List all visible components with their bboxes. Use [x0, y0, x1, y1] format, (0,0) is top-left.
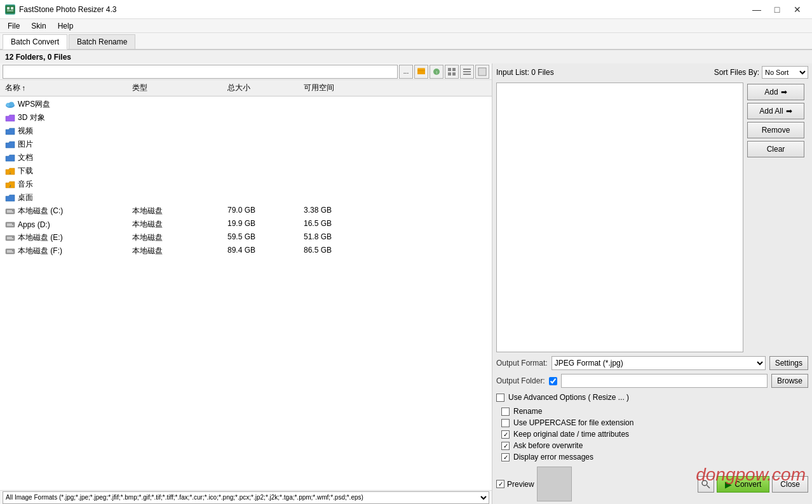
file-type-cell	[130, 98, 225, 110]
col-header-type[interactable]: 类型	[130, 81, 225, 95]
file-free-cell	[301, 112, 377, 124]
file-list-item[interactable]: 文档	[0, 151, 492, 164]
file-list-item[interactable]: Apps (D:) 本地磁盘 19.9 GB 16.5 GB	[0, 218, 492, 231]
display-errors-label: Display error messages	[513, 453, 593, 461]
svg-point-27	[12, 223, 13, 225]
file-name-cell: 本地磁盘 (F:)	[3, 245, 130, 257]
file-list-item[interactable]: WPS网盘	[0, 98, 492, 111]
file-list-item[interactable]: 3D 对象	[0, 111, 492, 124]
output-folder-checkbox[interactable]	[549, 377, 557, 385]
remove-button[interactable]: Remove	[747, 122, 804, 138]
input-file-list[interactable]	[496, 83, 743, 352]
file-list-item[interactable]: 本地磁盘 (E:) 本地磁盘 59.5 GB 51.8 GB	[0, 231, 492, 244]
sort-dropdown[interactable]: No Sort File Name File Size File Date	[762, 66, 808, 79]
preview-checkbox[interactable]	[496, 480, 504, 488]
file-type-cell: 本地磁盘	[130, 232, 225, 244]
settings-button[interactable]: Settings	[769, 356, 808, 370]
file-type-cell	[130, 178, 225, 190]
file-free-cell	[301, 138, 377, 150]
col-header-size[interactable]: 总大小	[225, 81, 301, 95]
file-list-item[interactable]: ♪ 音乐	[0, 178, 492, 191]
svg-rect-3	[7, 10, 13, 11]
add-all-button[interactable]: Add All ➡	[747, 103, 804, 119]
browse-folder-button[interactable]: ...	[399, 65, 413, 79]
file-free-cell: 16.5 GB	[301, 218, 377, 230]
advanced-options-row: Use Advanced Options ( Resize ... )	[496, 393, 808, 402]
file-list-item[interactable]: 本地磁盘 (F:) 本地磁盘 89.4 GB 86.5 GB	[0, 244, 492, 258]
output-folder-row: Output Folder: Browse	[496, 374, 808, 388]
file-type-cell	[130, 125, 225, 137]
menu-help[interactable]: Help	[53, 20, 79, 32]
file-free-cell	[301, 152, 377, 164]
rename-label: Rename	[513, 407, 542, 416]
file-list-container[interactable]: WPS网盘 3D 对象 视频 图片	[0, 96, 492, 490]
uppercase-checkbox[interactable]	[501, 419, 510, 427]
minimize-button[interactable]: —	[747, 3, 766, 16]
tab-batch-rename[interactable]: Batch Rename	[69, 34, 135, 49]
file-name: WPS网盘	[18, 99, 50, 110]
svg-text:↓: ↓	[9, 170, 11, 175]
file-type-cell: 本地磁盘	[130, 218, 225, 230]
path-input[interactable]	[3, 65, 398, 79]
file-list-item[interactable]: ↓ 下载	[0, 164, 492, 178]
ask-overwrite-checkbox[interactable]	[501, 442, 510, 450]
add-button[interactable]: Add ➡	[747, 84, 804, 100]
output-format-label: Output Format:	[496, 359, 548, 368]
rename-row: Rename	[501, 407, 808, 416]
file-list-header: 名称 ↑ 类型 总大小 可用空间	[0, 80, 492, 96]
col-header-name[interactable]: 名称 ↑	[3, 81, 130, 95]
svg-rect-13	[463, 71, 471, 72]
svg-rect-5	[417, 69, 425, 74]
svg-point-30	[12, 237, 13, 238]
file-name-cell: ♪ 音乐	[3, 178, 130, 190]
convert-button[interactable]: ▶ Convert	[717, 476, 769, 493]
search-button[interactable]	[698, 476, 714, 493]
toolbar-btn-5[interactable]	[475, 65, 489, 79]
toolbar-btn-3[interactable]	[445, 65, 459, 79]
file-size-cell: 19.9 GB	[225, 218, 301, 230]
toolbar-btn-2[interactable]: ↑	[430, 65, 443, 79]
app-icon	[5, 4, 15, 15]
file-size-cell	[225, 192, 301, 204]
output-folder-input[interactable]	[561, 374, 768, 388]
file-name-cell: 视频	[3, 125, 130, 137]
file-list-item[interactable]: 桌面	[0, 191, 492, 204]
bottom-section: Preview ▶ Convert Close	[496, 467, 808, 501]
menu-file[interactable]: File	[3, 20, 25, 32]
svg-rect-10	[448, 72, 451, 76]
file-list-item[interactable]: 图片	[0, 138, 492, 151]
toolbar-btn-4[interactable]	[460, 65, 474, 79]
file-name: 桌面	[18, 192, 33, 203]
col-header-free[interactable]: 可用空间	[301, 81, 377, 95]
file-toolbar: ... ↑	[0, 63, 492, 80]
file-filter-dropdown[interactable]: All Image Formats (*.jpg;*.jpe;*.jpeg;*.…	[3, 491, 489, 504]
output-folder-label: Output Folder:	[496, 376, 545, 385]
file-icon	[5, 233, 15, 243]
display-errors-row: Display error messages	[501, 453, 808, 461]
file-list-item[interactable]: 视频	[0, 124, 492, 138]
close-button[interactable]: ✕	[788, 3, 807, 16]
clear-button[interactable]: Clear	[747, 141, 804, 157]
file-name: 下载	[18, 166, 33, 176]
menubar: File Skin Help	[0, 19, 812, 33]
tab-batch-convert[interactable]: Batch Convert	[3, 34, 67, 50]
toolbar-btn-1[interactable]	[414, 65, 428, 79]
file-name: 本地磁盘 (E:)	[18, 232, 63, 243]
menu-skin[interactable]: Skin	[26, 20, 51, 32]
rename-checkbox[interactable]	[501, 408, 510, 416]
titlebar-left: FastStone Photo Resizer 4.3	[5, 4, 116, 15]
input-list-label: Input List: 0 Files	[496, 68, 554, 77]
maximize-button[interactable]: □	[768, 3, 787, 16]
file-type-cell: 本地磁盘	[130, 245, 225, 257]
keep-date-checkbox[interactable]	[501, 430, 510, 439]
advanced-options-checkbox[interactable]	[496, 394, 504, 402]
keep-date-label: Keep original date / time attributes	[513, 430, 629, 439]
close-app-button[interactable]: Close	[772, 476, 808, 493]
output-format-dropdown[interactable]: JPEG Format (*.jpg) PNG Format (*.png) B…	[551, 356, 766, 370]
svg-text:↑: ↑	[435, 70, 438, 76]
file-size-cell	[225, 98, 301, 110]
file-filter-bar: All Image Formats (*.jpg;*.jpe;*.jpeg;*.…	[0, 490, 492, 504]
browse-folder-button[interactable]: Browse	[771, 374, 808, 388]
file-list-item[interactable]: 本地磁盘 (C:) 本地磁盘 79.0 GB 3.38 GB	[0, 204, 492, 218]
display-errors-checkbox[interactable]	[501, 453, 510, 461]
